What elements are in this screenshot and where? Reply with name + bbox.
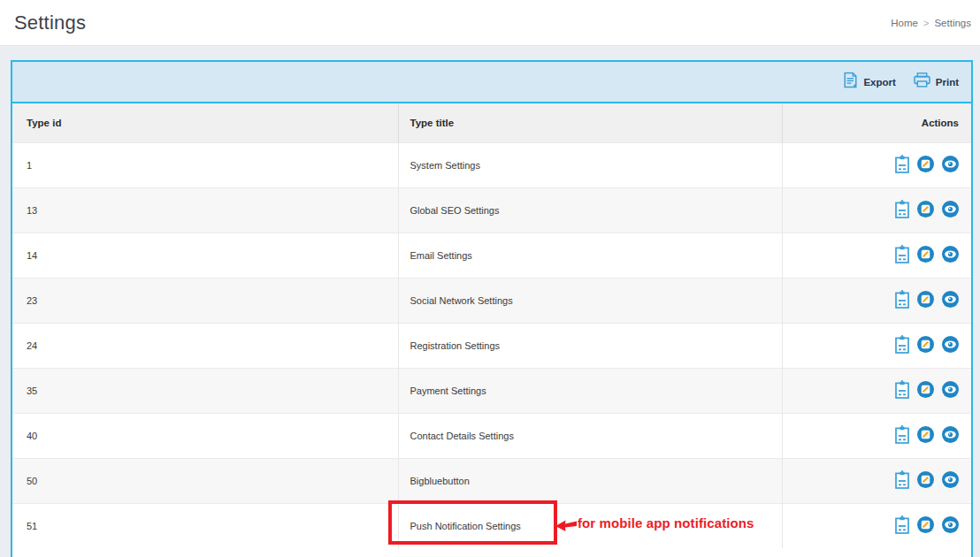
cell-type-id: 50 [12, 458, 398, 503]
clipboard-action-button[interactable] [895, 380, 909, 401]
eye-icon [942, 291, 959, 310]
table-header-row: Type id Type title Actions [12, 103, 971, 142]
cell-type-title: Bigbluebutton [398, 458, 782, 503]
cell-type-id: 13 [12, 187, 398, 233]
cell-type-id: 23 [12, 278, 398, 323]
clipboard-action-button[interactable] [895, 425, 909, 446]
clipboard-icon [895, 380, 909, 401]
table-row: 14 Email Settings [12, 233, 971, 278]
edit-icon [917, 291, 934, 310]
table-row: 51 Push Notification Settings [12, 503, 971, 548]
edit-action-button[interactable] [917, 471, 934, 491]
view-action-button[interactable] [942, 516, 959, 536]
eye-icon [942, 246, 959, 265]
view-action-button[interactable] [942, 156, 959, 175]
column-header-type-title[interactable]: Type title [398, 103, 782, 142]
print-button-label: Print [936, 77, 959, 88]
breadcrumb-home-link[interactable]: Home [891, 18, 918, 28]
eye-icon [942, 381, 959, 401]
eye-icon [942, 156, 959, 175]
view-action-button[interactable] [942, 201, 959, 220]
table-row: 40 Contact Details Settings [12, 413, 971, 458]
edit-icon [917, 156, 934, 175]
row-actions [797, 335, 960, 356]
eye-icon [942, 201, 959, 220]
clipboard-icon [895, 155, 909, 176]
cell-type-id: 51 [12, 503, 398, 548]
view-action-button[interactable] [942, 291, 959, 310]
view-action-button[interactable] [942, 336, 959, 355]
cell-type-title: Payment Settings [398, 368, 782, 413]
view-action-button[interactable] [942, 426, 959, 446]
clipboard-action-button[interactable] [895, 290, 909, 311]
export-button[interactable]: Export [843, 72, 895, 92]
cell-type-id: 35 [12, 368, 398, 413]
clipboard-icon [895, 335, 909, 356]
export-button-label: Export [863, 77, 895, 88]
view-action-button[interactable] [942, 381, 959, 401]
edit-action-button[interactable] [917, 426, 934, 446]
print-button[interactable]: Print [914, 72, 959, 91]
view-action-button[interactable] [942, 246, 959, 265]
page-header: Settings Home > Settings [0, 0, 980, 46]
clipboard-action-button[interactable] [895, 200, 909, 221]
breadcrumb: Home > Settings [891, 18, 971, 28]
clipboard-action-button[interactable] [895, 155, 909, 176]
export-icon [843, 72, 858, 92]
cell-type-title: Push Notification Settings [398, 503, 782, 548]
clipboard-icon [895, 515, 909, 537]
cell-type-id: 14 [12, 233, 398, 278]
cell-type-title: Global SEO Settings [398, 187, 782, 233]
cell-type-title: Registration Settings [398, 323, 782, 368]
clipboard-action-button[interactable] [895, 245, 909, 266]
edit-action-button[interactable] [917, 336, 934, 355]
cell-type-title: Contact Details Settings [398, 413, 782, 458]
edit-icon [917, 381, 934, 401]
row-actions [797, 425, 960, 446]
edit-action-button[interactable] [917, 381, 934, 401]
breadcrumb-separator: > [923, 18, 929, 28]
settings-panel: Export Print Type id Type title Actions … [11, 60, 973, 557]
clipboard-action-button[interactable] [895, 470, 909, 492]
breadcrumb-current: Settings [934, 18, 971, 28]
cell-type-id: 40 [12, 413, 398, 458]
cell-type-title: Social Network Settings [398, 278, 782, 323]
column-header-actions: Actions [782, 103, 971, 142]
edit-action-button[interactable] [917, 291, 934, 310]
edit-action-button[interactable] [917, 516, 934, 536]
row-actions [797, 515, 960, 537]
table-toolbar: Export Print [12, 62, 971, 103]
edit-action-button[interactable] [917, 201, 934, 220]
settings-table-body: 1 System Settings [12, 142, 971, 548]
view-action-button[interactable] [942, 471, 959, 491]
clipboard-action-button[interactable] [895, 515, 909, 537]
column-header-type-id[interactable]: Type id [12, 103, 398, 142]
clipboard-icon [895, 200, 909, 221]
row-actions [797, 380, 960, 401]
cell-type-title: System Settings [398, 142, 782, 187]
edit-icon [917, 246, 934, 265]
edit-icon [917, 516, 934, 536]
row-actions [797, 470, 960, 492]
table-row: 24 Registration Settings [12, 323, 971, 368]
table-row: 1 System Settings [12, 142, 971, 187]
clipboard-action-button[interactable] [895, 335, 909, 356]
edit-icon [917, 336, 934, 355]
row-actions [797, 245, 960, 266]
clipboard-icon [895, 290, 909, 311]
cell-type-title: Email Settings [398, 233, 782, 278]
table-row: 13 Global SEO Settings [12, 187, 971, 233]
row-actions [797, 200, 960, 221]
settings-table: Type id Type title Actions 1 System Sett… [12, 103, 971, 548]
edit-action-button[interactable] [917, 156, 934, 175]
edit-action-button[interactable] [917, 246, 934, 265]
eye-icon [942, 426, 959, 446]
table-row: 23 Social Network Settings [12, 278, 971, 323]
eye-icon [942, 336, 959, 355]
eye-icon [942, 516, 959, 536]
clipboard-icon [895, 470, 909, 492]
print-icon [914, 72, 930, 91]
edit-icon [917, 471, 934, 491]
table-row: 35 Payment Settings [12, 368, 971, 413]
edit-icon [917, 426, 934, 446]
